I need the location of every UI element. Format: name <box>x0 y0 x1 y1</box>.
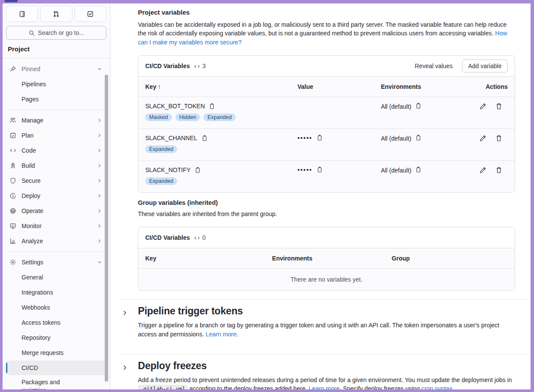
sort-ascending-icon: ↑ <box>158 83 161 90</box>
value-cell: ••••• <box>297 166 381 185</box>
value-cell <box>297 103 381 121</box>
copy-key-icon[interactable] <box>201 135 208 141</box>
sidebar-item-merge-requests[interactable]: Merge requests <box>6 345 106 360</box>
delete-variable-icon[interactable] <box>495 135 503 153</box>
search-input[interactable]: Search or go to... <box>6 26 106 40</box>
copy-environment-icon[interactable] <box>415 166 422 173</box>
chart-icon <box>9 238 16 245</box>
sidebar-item-operate[interactable]: Operate <box>6 204 106 218</box>
section-title: Pipeline trigger tokens <box>138 305 515 317</box>
key-cell: SLACK_NOTIFY Expanded <box>145 166 297 185</box>
variables-table: Key ↑ Value Environments Actions SLACK_B… <box>138 76 515 192</box>
merge-requests-shortcut-button[interactable] <box>40 6 72 22</box>
add-variable-button[interactable]: Add variable <box>462 60 508 72</box>
chevron-right-icon <box>97 193 102 198</box>
project-variables-card: CI/CD Variables 3 Reveal values Add vari… <box>138 55 515 193</box>
chevron-right-icon <box>97 148 102 153</box>
search-icon <box>28 30 35 36</box>
sidebar-item-pinned[interactable]: Pinned <box>6 62 106 76</box>
sidebar-item-settings[interactable]: Settings <box>6 255 106 270</box>
value-cell: ••••• <box>297 135 381 153</box>
group-variables-title: Group variables (inherited) <box>138 199 515 206</box>
chevron-right-icon <box>97 118 102 123</box>
card-title: CI/CD Variables <box>145 234 190 241</box>
sidebar-item-monitor[interactable]: Monitor <box>6 219 106 233</box>
status-badge: Hidden <box>175 113 200 121</box>
column-header-value: Value <box>297 77 381 97</box>
key-cell: SLACK_BOT_TOKEN Masked Hidden Expanded <box>145 103 297 121</box>
variables-count: 3 <box>203 63 206 69</box>
window-frame: Search or go to... Project Pinned Pipeli… <box>0 0 534 392</box>
sidebar-item-general[interactable]: General <box>6 270 106 285</box>
code-icon <box>194 63 200 69</box>
sidebar-item-packages-and-registries[interactable]: Packages and registries <box>6 376 106 389</box>
copy-value-icon[interactable] <box>316 166 323 173</box>
group-variables-card: CI/CD Variables 0 Key Environments Group… <box>138 227 515 291</box>
sidebar-item-integrations[interactable]: Integrations <box>6 285 106 300</box>
nav-divider <box>8 110 105 110</box>
column-header-key[interactable]: Key ↑ <box>145 77 297 97</box>
expand-section-chevron-icon[interactable] <box>122 364 128 371</box>
sidebar-item-secure[interactable]: Secure <box>6 173 106 188</box>
gitlab-ci-yml-code: .gitlab-ci.yml <box>138 385 187 389</box>
copy-value-icon[interactable] <box>316 135 323 141</box>
badge-list: Expanded <box>145 177 297 185</box>
copy-key-icon[interactable] <box>209 103 215 110</box>
actions-cell <box>464 135 508 153</box>
chevron-down-icon <box>97 260 102 265</box>
globe-icon <box>9 207 16 214</box>
edit-variable-icon[interactable] <box>479 166 487 185</box>
context-label: Project <box>3 40 110 58</box>
main-content: Project variables Variables can be accid… <box>110 3 531 389</box>
edit-variable-icon[interactable] <box>479 103 487 121</box>
sidebar-item-repository[interactable]: Repository <box>6 330 106 345</box>
sidebar-item-deploy[interactable]: Deploy <box>6 188 106 203</box>
sidebar-item-manage[interactable]: Manage <box>6 113 106 128</box>
sidebar-item-analyze[interactable]: Analyze <box>6 234 106 248</box>
project-variables-description: Variables can be accidentally exposed in… <box>138 20 515 47</box>
delete-variable-icon[interactable] <box>495 166 503 185</box>
delete-variable-icon[interactable] <box>495 103 503 121</box>
empty-state-text: There are no variables yet. <box>138 268 515 290</box>
variable-key: SLACK_CHANNEL <box>145 135 197 141</box>
copy-environment-icon[interactable] <box>415 135 422 141</box>
column-header-actions: Actions <box>464 77 508 97</box>
search-placeholder: Search or go to... <box>38 29 84 36</box>
status-badge: Expanded <box>203 113 235 121</box>
copy-key-icon[interactable] <box>194 167 201 173</box>
badge-list: Expanded <box>145 145 297 153</box>
users-icon <box>9 117 16 124</box>
environments-cell: All (default) <box>381 103 464 121</box>
sidebar-item-label: Pinned <box>22 66 97 72</box>
sidebar-item-pages[interactable]: Pages <box>6 92 106 107</box>
table-header-row: Key ↑ Value Environments Actions <box>138 77 515 97</box>
sidebar-item-access-tokens[interactable]: Access tokens <box>6 315 106 330</box>
card-header: CI/CD Variables 0 <box>138 227 515 248</box>
status-badge: Masked <box>145 113 172 121</box>
sidebar-item-code[interactable]: Code <box>6 143 106 158</box>
sidebar-nav: Pinned Pipelines Pages Manage Plan <box>3 58 110 389</box>
learn-more-link[interactable]: Learn more <box>206 331 237 338</box>
sidebar-item-cicd[interactable]: CI/CD <box>6 361 106 375</box>
expand-section-chevron-icon[interactable] <box>122 310 128 316</box>
sidebar-scrollbar[interactable] <box>105 75 108 382</box>
cron-syntax-link[interactable]: cron syntax <box>422 385 453 389</box>
actions-cell <box>464 166 508 185</box>
sidebar-item-build[interactable]: Build <box>6 158 106 173</box>
badge-list: Masked Hidden Expanded <box>145 113 297 121</box>
todo-shortcut-button[interactable] <box>75 6 106 22</box>
status-badge: Expanded <box>145 177 177 185</box>
merge-request-icon <box>53 10 60 18</box>
environments-cell: All (default) <box>381 135 464 153</box>
learn-more-link[interactable]: Learn more <box>309 385 340 389</box>
edit-variable-icon[interactable] <box>479 135 487 153</box>
copy-environment-icon[interactable] <box>415 103 422 109</box>
sidebar-item-plan[interactable]: Plan <box>6 128 106 143</box>
sidebar-item-pipelines[interactable]: Pipelines <box>6 77 106 91</box>
issues-shortcut-button[interactable] <box>6 6 38 22</box>
chevron-right-icon <box>97 178 102 183</box>
sidebar-item-webhooks[interactable]: Webhooks <box>6 300 106 315</box>
project-variables-section: Project variables Variables can be accid… <box>110 9 531 291</box>
variable-key: SLACK_BOT_TOKEN <box>145 103 205 110</box>
reveal-values-button[interactable]: Reveal values <box>411 60 456 72</box>
